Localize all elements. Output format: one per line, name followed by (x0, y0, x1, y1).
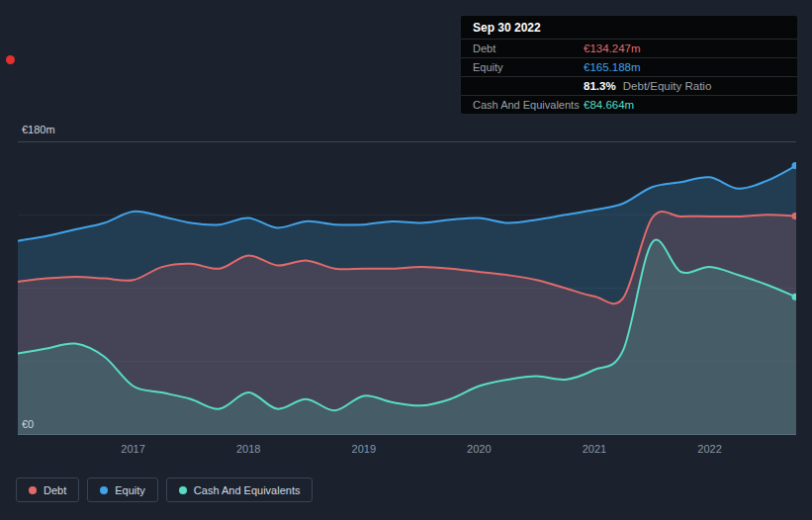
cash-and-equivalents-legend-dot-icon (179, 486, 187, 494)
red-indicator-dot (6, 55, 15, 64)
legend-item-equity[interactable]: Equity (87, 477, 158, 502)
tooltip-row-equity: Equity €165.188m (461, 57, 797, 76)
chart-plot-area[interactable] (18, 141, 796, 435)
legend-label-debt: Debt (44, 484, 66, 496)
tooltip-debt-value: €134.247m (584, 43, 641, 54)
legend-label-cash-and-equivalents: Cash And Equivalents (194, 484, 301, 496)
x-tick-2022: 2022 (697, 443, 721, 455)
debt-equity-history-chart: Sep 30 2022 Debt €134.247m Equity €165.1… (0, 0, 812, 520)
legend-item-cash-and-equivalents[interactable]: Cash And Equivalents (166, 477, 314, 502)
tooltip-equity-label: Equity (461, 61, 584, 73)
x-tick-2020: 2020 (467, 443, 491, 455)
x-tick-2018: 2018 (236, 443, 260, 455)
y-axis-label-zero: €0 (22, 418, 34, 430)
legend-label-equity: Equity (115, 484, 145, 496)
tooltip-ratio-label: Debt/Equity Ratio (623, 80, 712, 92)
debt-legend-dot-icon (29, 486, 37, 494)
tooltip-ratio-value-group: 81.3% Debt/Equity Ratio (584, 80, 711, 92)
tooltip-debt-label: Debt (461, 43, 584, 54)
tooltip-row-debt: Debt €134.247m (461, 39, 797, 57)
equity-legend-dot-icon (100, 486, 108, 494)
tooltip-equity-value: €165.188m (584, 61, 641, 73)
legend-item-debt[interactable]: Debt (16, 477, 79, 502)
x-tick-2019: 2019 (352, 443, 376, 455)
tooltip-date: Sep 30 2022 (461, 16, 797, 39)
tooltip-row-cash: Cash And Equivalents €84.664m (461, 95, 797, 114)
tooltip-row-ratio: 81.3% Debt/Equity Ratio (461, 76, 797, 95)
x-tick-2017: 2017 (121, 443, 144, 455)
chart-legend: DebtEquityCash And Equivalents (16, 477, 313, 502)
x-tick-2021: 2021 (583, 443, 606, 455)
tooltip-cash-label: Cash And Equivalents (461, 99, 584, 111)
tooltip-ratio-value: 81.3% (584, 80, 616, 92)
y-axis-label-max: €180m (22, 124, 55, 135)
chart-tooltip: Sep 30 2022 Debt €134.247m Equity €165.1… (461, 16, 797, 114)
tooltip-cash-value: €84.664m (584, 99, 634, 111)
